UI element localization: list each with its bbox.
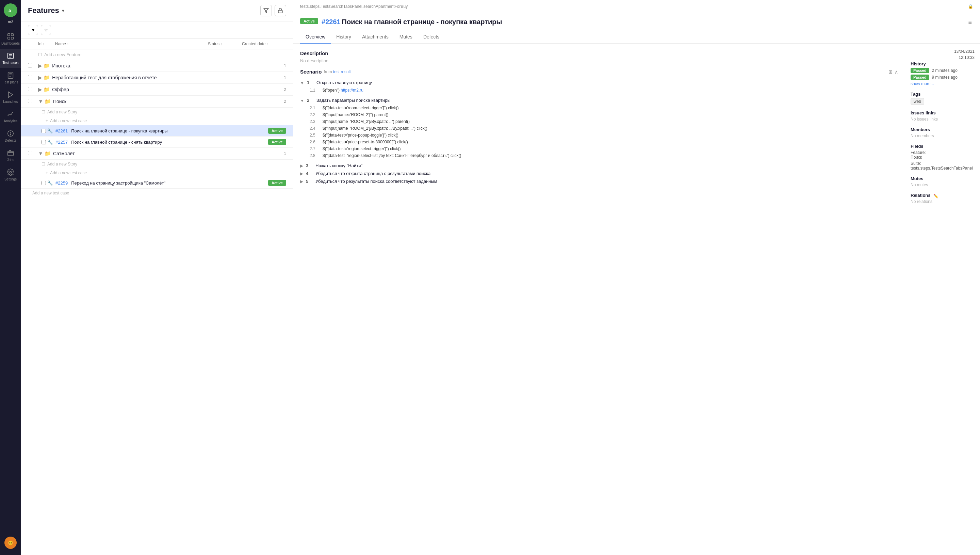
tab-history[interactable]: History [331,30,357,43]
history-status-badge: Passed [911,68,929,73]
add-test-case-row[interactable]: + Add a new test case [21,168,293,177]
scenario-copy-button[interactable]: ⊞ [889,69,892,75]
history-row: Passed 9 minutes ago [911,75,975,80]
feature-checkbox[interactable] [28,151,32,155]
feature-checkbox[interactable] [28,75,32,79]
scenario-link[interactable]: test result [333,69,351,74]
header-id-col[interactable]: Id [38,42,55,46]
sidebar-item-defects[interactable]: Defects [0,126,21,146]
step-row[interactable]: ▶ 4 Убедиться что открыта страница с рез… [300,170,898,177]
right-header: tests.steps.TestsSearchTabsPanel.searchA… [293,0,980,13]
substep-row: 2.5 $("[data-test='price-popup-toggle']"… [300,132,898,139]
feature-count: 1 [284,75,286,80]
members-label: Members [911,127,975,132]
right-panel: tests.steps.TestsSearchTabsPanel.searchA… [293,0,980,555]
case-checkbox[interactable] [42,181,46,185]
sidebar-item-settings[interactable]: Settings [0,165,21,184]
add-story-row[interactable]: ☐ Add a new Story [21,107,293,116]
step-number: 4 [306,171,313,176]
step-row[interactable]: ▶ 3 Нажать кнопку "Найти" [300,162,898,170]
substep-text: $("input[name='ROOM_2']/By.xpath: ..") p… [323,119,410,124]
sidebar-item-test-cases[interactable]: Test cases [0,49,21,68]
feature-row[interactable]: ▶ 📁 Ипотека 1 [21,60,293,72]
tab-attachments[interactable]: Attachments [357,30,394,43]
feature-name: Сатмолёт [53,151,284,156]
feature-name: Неработающий тест для отображения в отчё… [52,75,284,80]
substep-row: 2.4 $("input[name='ROOM_2']/By.xpath: ..… [300,125,898,132]
relations-edit-icon[interactable]: ✏️ [934,194,938,199]
page-title: Features [28,6,59,15]
middle-header: Features ▾ [21,0,293,21]
sidebar-item-jobs[interactable]: Jobs [0,146,21,165]
wrench-icon: 🔧 [47,180,53,186]
lock-button[interactable] [275,5,286,16]
tab-overview[interactable]: Overview [300,30,331,43]
header-name-col[interactable]: Name [55,42,208,46]
test-case-row[interactable]: 🔧 #2259 Переход на страницу застройщика … [21,177,293,189]
wrench-icon: 🔧 [47,140,53,145]
substep-text: $("input[name='ROOM_2']") parent() [323,112,388,117]
tags-section: Tags web [911,91,975,105]
substep-link[interactable]: https://m2.ru [341,88,363,93]
favorite-button[interactable]: ☆ [41,25,51,35]
step-row[interactable]: ▼ 1 Открыть главную страницу [300,79,898,87]
folder-icon: ▶ 📁 [38,63,50,69]
created-time: 12:10:33 [911,55,975,60]
user-avatar[interactable]: 😊 [5,537,17,549]
tabs-bar: Overview History Attachments Mutes Defec… [293,30,980,43]
substep-row: 2.7 $("[data-test='region-select-trigger… [300,145,898,152]
folder-placeholder-icon: ☐ [42,110,45,114]
folder-icon: ▶ 📁 [38,87,50,93]
case-menu-button[interactable]: ≡ [967,18,973,27]
tab-mutes[interactable]: Mutes [394,30,418,43]
tab-defects[interactable]: Defects [418,30,445,43]
header-status-col[interactable]: Status [208,42,242,46]
case-id-text: #2261 [321,18,341,26]
mutes-value: No mutes [911,183,975,187]
substep-text: $("[data-test='region-select-trigger']")… [323,146,401,151]
fields-suite-value: tests.steps.TestsSearchTabsPanel [911,166,975,171]
feature-row[interactable]: ▶ 📁 Оффер 2 [21,84,293,96]
show-more-link[interactable]: show more... [911,81,975,86]
plus-icon: + [46,119,48,123]
title-chevron-icon[interactable]: ▾ [62,8,64,13]
view-dropdown-button[interactable]: ▾ [28,25,38,35]
history-label: History [911,61,975,66]
detail-sidebar: 13/04/2021 12:10:33 History Passed 2 min… [905,43,980,555]
filter-button[interactable] [260,5,272,16]
add-feature-row[interactable]: ☐ Add a new Feature [21,50,293,60]
relations-section: Relations ✏️ No relations [911,193,975,204]
app-logo[interactable]: a [4,3,18,17]
sidebar-item-analytics[interactable]: Analytics [0,107,21,126]
feature-count: 2 [284,99,286,104]
case-status-badge: Active [300,18,318,24]
sidebar-item-label: Launches [3,100,18,104]
sidebar-item-label: Dashboards [2,42,20,45]
sidebar-item-label: Jobs [7,158,14,162]
case-checkbox[interactable] [42,129,46,133]
feature-checkbox[interactable] [28,87,32,91]
substep-number: 2.2 [310,112,320,117]
add-story-row[interactable]: ☐ Add a new Story [21,160,293,168]
step-row[interactable]: ▼ 2 Задать параметры поиска квартиры [300,96,898,104]
test-case-row[interactable]: 🔧 #2261 Поиск на главной странице - поку… [21,125,293,136]
feature-row[interactable]: ▼ 📁 Сатмолёт 1 [21,148,293,160]
sidebar-item-launches[interactable]: Launches [0,88,21,107]
main-content: Description No description Scenario from… [293,43,905,555]
svg-marker-21 [264,8,268,13]
add-test-case-row[interactable]: + Add a new test case [21,116,293,125]
add-case-label: Add a new test case [32,191,69,196]
sidebar-item-dashboards[interactable]: Dashboards [0,29,21,49]
feature-checkbox[interactable] [28,63,32,67]
feature-row[interactable]: ▶ 📁 Неработающий тест для отображения в … [21,72,293,84]
case-checkbox[interactable] [42,140,46,144]
sidebar-item-test-plans[interactable]: Test plans [0,68,21,88]
feature-row[interactable]: ▼ 📁 Поиск 2 [21,96,293,107]
tag-chip[interactable]: web [911,98,924,105]
test-case-row[interactable]: 🔧 #2257 Поиск на главной странице - снят… [21,136,293,148]
step-row[interactable]: ▶ 5 Убедиться что результаты поиска соот… [300,177,898,185]
feature-checkbox[interactable] [28,99,32,103]
scenario-collapse-button[interactable]: ∧ [895,69,898,75]
add-test-case-bottom-row[interactable]: + Add a new test case [21,189,293,197]
header-date-col[interactable]: Created date [242,42,286,46]
